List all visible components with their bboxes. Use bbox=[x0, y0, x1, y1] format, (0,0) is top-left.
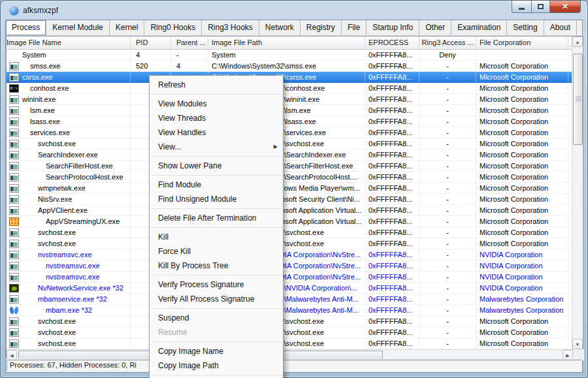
tab-network[interactable]: Network bbox=[259, 20, 301, 35]
menu-item-verify-all-process-signatrue[interactable]: Verify All Process Signatrue bbox=[150, 292, 283, 306]
process-name-cell: AppVStreamingUX.exe bbox=[7, 216, 131, 227]
table-row[interactable]: nvstreamsvc.exeC:\Program Files\NVIDIA C… bbox=[7, 272, 573, 283]
table-row[interactable]: System4-System0xFFFFFA8...Deny bbox=[7, 50, 573, 61]
process-name-cell: smss.exe bbox=[7, 61, 131, 72]
menu-item-verify-process-signature[interactable]: Verify Process Signature bbox=[150, 277, 283, 292]
vertical-scroll-thumb[interactable] bbox=[573, 54, 583, 145]
tab-examination[interactable]: Examination bbox=[451, 20, 507, 35]
menu-item-refresh[interactable]: Refresh bbox=[150, 78, 283, 92]
process-name: System bbox=[22, 50, 46, 60]
table-row[interactable]: conhost.exeC:\Windows\System32\conhost.e… bbox=[7, 83, 573, 94]
title-bar[interactable]: afksmxzpf ✕ bbox=[1, 1, 587, 20]
menu-item-suspend[interactable]: Suspend bbox=[150, 311, 283, 325]
process-name: csrss.exe bbox=[22, 72, 52, 82]
table-row[interactable]: SearchProtocolHost.exeC:\Windows\System3… bbox=[7, 172, 573, 183]
menu-item-view-threads[interactable]: View Threads bbox=[150, 111, 283, 125]
menu-item-delete-file-after-termination[interactable]: Delete File After Termination bbox=[150, 211, 283, 225]
process-name: svchost.exe bbox=[38, 238, 76, 249]
column-header-pid[interactable]: PID bbox=[131, 37, 171, 50]
table-row[interactable]: svchost.exeC:\Windows\System32\svchost.e… bbox=[7, 338, 573, 349]
tab-about[interactable]: About bbox=[544, 20, 577, 35]
menu-item-view-handles[interactable]: View Handles bbox=[150, 125, 283, 140]
tab-other[interactable]: Other bbox=[419, 20, 451, 35]
window-icon bbox=[9, 118, 19, 126]
status-bar: Processes: 67, Hidden Processes: 0, Ri bbox=[6, 358, 582, 372]
table-row[interactable]: nvstreamsvc.exeC:\Program Files\NVIDIA C… bbox=[7, 249, 573, 260]
menu-item-copy-image-name[interactable]: Copy Image Name bbox=[150, 344, 283, 358]
eprocess-cell: 0xFFFFFA8... bbox=[365, 83, 419, 94]
tab-ring3-hooks[interactable]: Ring3 Hooks bbox=[202, 20, 259, 35]
menu-item-kill-by-process-tree[interactable]: Kill By Process Tree bbox=[150, 259, 283, 273]
menu-item-kill[interactable]: Kill bbox=[150, 230, 283, 244]
ring3-access-cell: - bbox=[419, 238, 476, 249]
table-row[interactable]: svchost.exeC:\Windows\System32\svchost.e… bbox=[7, 238, 573, 249]
table-row[interactable]: mbamservice.exe *32C:\Program Files (x86… bbox=[7, 294, 573, 305]
column-header-eprocess[interactable]: EPROCESS bbox=[365, 37, 419, 50]
vertical-scrollbar[interactable]: ▲ ▼ bbox=[572, 37, 583, 349]
table-row[interactable]: svchost.exeC:\Windows\System32\svchost.e… bbox=[7, 227, 573, 238]
menu-item-find-unsigned-module[interactable]: Find Unsigned Module bbox=[150, 192, 283, 206]
file-corporation-cell: Microsoft Corporation bbox=[476, 72, 568, 83]
process-name-cell: SearchFilterHost.exe bbox=[7, 161, 131, 172]
tab-kernel-module[interactable]: Kernel Module bbox=[46, 20, 109, 35]
ring3-access-cell: - bbox=[419, 194, 476, 205]
menu-item-view-modules[interactable]: View Modules bbox=[150, 97, 283, 111]
table-row[interactable]: wininit.exeC:\Windows\System32\wininit.e… bbox=[7, 94, 573, 105]
table-row[interactable]: nvstreamsvc.exeC:\Program Files\NVIDIA C… bbox=[7, 260, 573, 272]
table-row[interactable]: csrss.exeC:\Windows\System32\csrss.exe0x… bbox=[7, 72, 573, 83]
tab-startup-info[interactable]: Startup Info bbox=[367, 20, 419, 35]
menu-item-copy-image-path[interactable]: Copy Image Path bbox=[150, 358, 283, 373]
file-corporation-cell: Microsoft Corporation bbox=[476, 105, 568, 116]
ring3-access-cell: - bbox=[419, 138, 476, 150]
process-name-cell: nvstreamsvc.exe bbox=[7, 260, 131, 272]
tab-kernel[interactable]: Kernel bbox=[110, 20, 145, 35]
table-row[interactable]: AppVClient.exeC:\Program Files\Microsoft… bbox=[7, 205, 573, 216]
tab-file[interactable]: File bbox=[342, 20, 367, 35]
scroll-down-button[interactable]: ▼ bbox=[572, 339, 583, 349]
tab-setting[interactable]: Setting bbox=[507, 20, 544, 35]
table-row[interactable]: lsm.exeC:\Windows\System32\lsm.exe0xFFFF… bbox=[7, 105, 573, 116]
table-row[interactable]: NvNetworkService.exe *32C:\Program Files… bbox=[7, 283, 573, 294]
table-row[interactable]: mbam.exe *32C:\Program Files (x86)\Malwa… bbox=[7, 305, 573, 316]
table-row[interactable]: AppVStreamingUX.exeC:\Program Files\Micr… bbox=[7, 216, 573, 227]
table-row[interactable]: wmpnetwk.exeC:\Program Files\Windows Med… bbox=[7, 183, 573, 194]
menu-item-view[interactable]: View...▶ bbox=[150, 140, 283, 154]
process-name: NisSrv.exe bbox=[38, 194, 72, 204]
tab-ring0-hooks[interactable]: Ring0 Hooks bbox=[144, 20, 202, 35]
menu-item-find-module[interactable]: Find Module bbox=[150, 178, 283, 192]
table-row[interactable]: NisSrv.exeC:\Program Files\Microsoft Sec… bbox=[7, 194, 573, 205]
close-button[interactable]: ✕ bbox=[550, 1, 581, 13]
file-corporation-cell: Microsoft Corporation bbox=[476, 227, 568, 238]
eprocess-cell: 0xFFFFFA8... bbox=[365, 127, 419, 138]
minimize-button[interactable] bbox=[512, 1, 531, 13]
tab-process[interactable]: Process bbox=[6, 20, 46, 35]
window-icon bbox=[9, 328, 19, 337]
butterfly-icon bbox=[9, 306, 19, 315]
ring3-access-cell: - bbox=[419, 338, 476, 349]
maximize-button[interactable] bbox=[531, 1, 550, 13]
process-name: SearchProtocolHost.exe bbox=[46, 172, 123, 182]
table-row[interactable]: SearchFilterHost.exeC:\Windows\System32\… bbox=[7, 161, 573, 172]
column-header-parent[interactable]: Parent ... bbox=[171, 37, 208, 50]
column-header-file-corporation[interactable]: File Corporation bbox=[476, 37, 568, 50]
scroll-up-button[interactable]: ▲ bbox=[572, 37, 583, 47]
table-row[interactable]: services.exeC:\Windows\System32\services… bbox=[7, 127, 573, 138]
menu-item-show-lower-pane[interactable]: Show Lower Pane bbox=[150, 159, 283, 173]
menu-separator bbox=[151, 208, 282, 209]
file-corporation-cell: Microsoft Corporation bbox=[476, 116, 568, 127]
column-header-ring3-access[interactable]: Ring3 Access ... bbox=[419, 37, 476, 50]
tab-registry[interactable]: Registry bbox=[301, 20, 342, 35]
table-row[interactable]: svchost.exeC:\Windows\System32\svchost.e… bbox=[7, 138, 573, 150]
table-row[interactable]: SearchIndexer.exeC:\Windows\System32\Sea… bbox=[7, 150, 573, 161]
pid-cell: 520 bbox=[131, 61, 171, 72]
window-icon bbox=[9, 195, 19, 204]
table-row[interactable]: smss.exe5204C:\Windows\System32\smss.exe… bbox=[7, 61, 573, 72]
ring3-access-cell: - bbox=[419, 183, 476, 194]
column-header-image-file-path[interactable]: Image File Path bbox=[208, 37, 365, 50]
column-header-image-file-name[interactable]: Image File Name bbox=[7, 37, 131, 50]
table-row[interactable]: lsass.exeC:\Windows\System32\lsass.exe0x… bbox=[7, 116, 573, 127]
table-row[interactable]: svchost.exeC:\Windows\System32\svchost.e… bbox=[7, 327, 573, 338]
table-row[interactable]: svchost.exeC:\Windows\System32\svchost.e… bbox=[7, 316, 573, 327]
menu-item-force-kill[interactable]: Force Kill bbox=[150, 244, 283, 259]
process-name-cell: wmpnetwk.exe bbox=[7, 183, 131, 194]
